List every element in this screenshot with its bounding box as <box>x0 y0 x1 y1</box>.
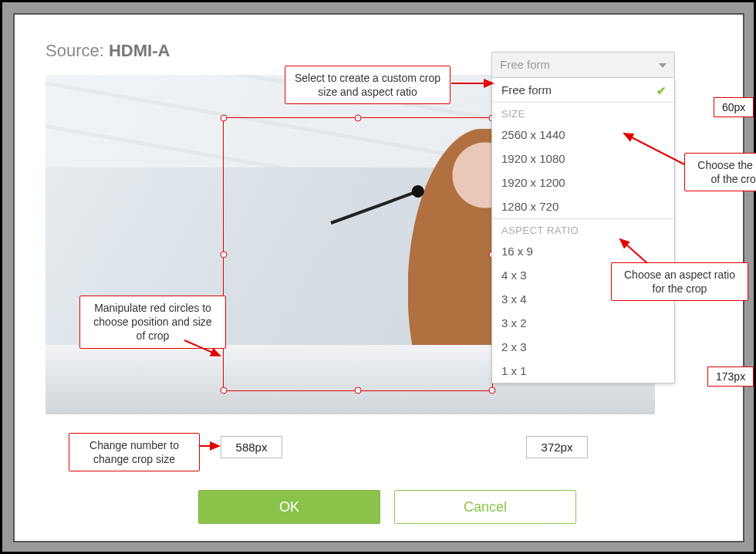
option-label: 4 x 3 <box>501 269 527 282</box>
dropdown-option-freeform[interactable]: Free form ✔ <box>492 78 674 102</box>
outer-frame: Source: HDMI-A <box>0 0 756 554</box>
option-label: 1920 x 1200 <box>501 176 565 189</box>
crop-rectangle[interactable] <box>223 117 493 391</box>
crop-handle-bottom-mid[interactable] <box>355 387 362 394</box>
ok-button-label: OK <box>279 499 299 515</box>
dropdown-option-ratio[interactable]: 2 x 3 <box>492 335 674 359</box>
option-label: 3 x 2 <box>501 316 527 329</box>
crop-height-input[interactable]: 372px <box>526 436 588 458</box>
option-label: 2560 x 1440 <box>501 128 565 141</box>
callout-size: Choose the size of the crop <box>684 153 756 191</box>
dropdown-option-size[interactable]: 2560 x 1440 <box>492 123 674 147</box>
source-label: Source: <box>46 41 104 60</box>
crop-preset-dropdown[interactable]: Free form Free form ✔ SIZE 2560 x 1440 1… <box>491 52 675 383</box>
crop-handle-top-left[interactable] <box>221 115 228 122</box>
callout-freeform: Select to create a custom crop size and … <box>285 66 451 104</box>
crop-dialog: Source: HDMI-A <box>46 41 740 535</box>
option-label: 1280 x 720 <box>501 200 559 213</box>
crop-handle-mid-left[interactable] <box>221 251 228 258</box>
option-label: 3 x 4 <box>501 292 527 306</box>
option-label: 16 x 9 <box>501 245 533 258</box>
dropdown-header-size: SIZE <box>492 102 674 123</box>
cancel-button[interactable]: Cancel <box>394 490 576 524</box>
crop-handle-bottom-right[interactable] <box>489 387 496 394</box>
dropdown-option-size[interactable]: 1920 x 1080 <box>492 147 674 171</box>
dropdown-selected-label: Free form <box>500 58 550 71</box>
chevron-down-icon <box>659 63 667 68</box>
dropdown-option-ratio[interactable]: 3 x 2 <box>492 311 674 335</box>
dropdown-option-ratio[interactable]: 16 x 9 <box>492 239 674 263</box>
ok-button[interactable]: OK <box>198 490 380 524</box>
callout-handles: Manipulate red circles to choose positio… <box>79 296 226 349</box>
dropdown-option-size[interactable]: 1920 x 1200 <box>492 171 674 194</box>
check-icon: ✔ <box>656 84 667 98</box>
option-label: Free form <box>501 83 552 96</box>
crop-width-input[interactable]: 588px <box>221 436 282 458</box>
dropdown-header-ratio: ASPECT RATIO <box>492 218 674 239</box>
badge-bottom-offset: 173px <box>707 367 754 387</box>
dropdown-option-ratio[interactable]: 1 x 1 <box>492 359 674 383</box>
dialog-button-row: OK Cancel <box>198 490 576 524</box>
source-value: HDMI-A <box>109 41 170 60</box>
dropdown-option-size[interactable]: 1280 x 720 <box>492 194 674 218</box>
dropdown-selected[interactable]: Free form <box>491 52 675 78</box>
option-label: 1 x 1 <box>501 364 527 377</box>
callout-ratio: Choose an aspect ratio for the crop <box>611 262 748 301</box>
inner-frame: Source: HDMI-A <box>13 13 744 542</box>
dropdown-list: Free form ✔ SIZE 2560 x 1440 1920 x 1080… <box>491 78 675 383</box>
crop-handle-bottom-left[interactable] <box>221 387 228 394</box>
cancel-button-label: Cancel <box>464 499 507 515</box>
callout-number: Change number to change crop size <box>69 433 200 471</box>
crop-handle-top-mid[interactable] <box>355 115 362 122</box>
option-label: 1920 x 1080 <box>501 152 565 165</box>
option-label: 2 x 3 <box>501 340 527 353</box>
badge-top-offset: 60px <box>714 97 754 117</box>
